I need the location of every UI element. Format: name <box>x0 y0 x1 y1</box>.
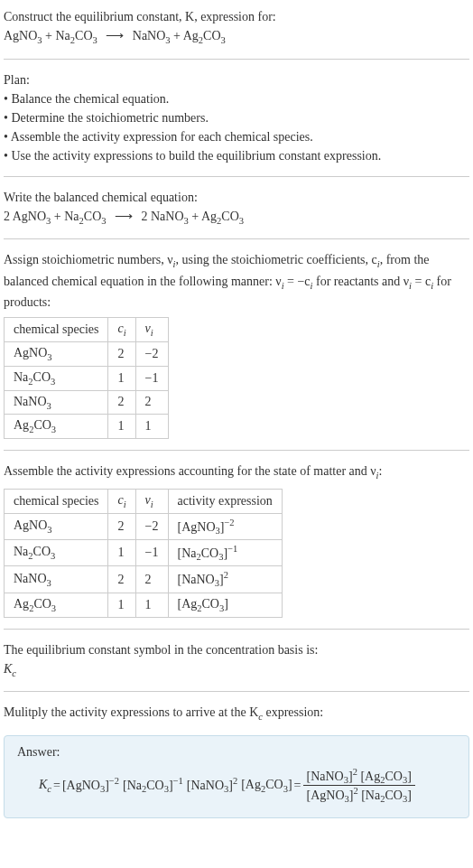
species-cell: Ag2CO3 <box>5 415 108 439</box>
col-species: chemical species <box>5 489 108 513</box>
nui-cell: 1 <box>135 415 168 439</box>
activity-section: Assemble the activity expressions accoun… <box>4 462 469 618</box>
nui-cell: 1 <box>135 593 168 617</box>
col-activity: activity expression <box>168 489 282 513</box>
table-row: AgNO3 2 −2 <box>5 341 169 366</box>
species-cell: NaNO3 <box>5 566 108 593</box>
stoich-table: chemical species ci νi AgNO3 2 −2 Na2CO3… <box>4 317 169 439</box>
activity-cell: [AgNO3]−2 <box>168 513 282 539</box>
species-cell: AgNO3 <box>5 513 108 539</box>
answer-equation: Kc = [AgNO3]−2 [Na2CO3]−1 [NaNO3]2 [Ag2C… <box>39 767 456 805</box>
species: 2 NaNO3 <box>142 210 189 223</box>
plan-bullet: • Determine the stoichiometric numbers. <box>4 108 469 127</box>
activity-cell: [Ag2CO3] <box>168 593 282 617</box>
nui-cell: −1 <box>135 539 168 565</box>
ci-cell: 2 <box>108 390 135 415</box>
nui-cell: −2 <box>135 513 168 539</box>
species-cell: Na2CO3 <box>5 539 108 565</box>
col-ci: ci <box>108 489 135 513</box>
nui-cell: 2 <box>135 566 168 593</box>
plan-bullet: • Balance the chemical equation. <box>4 89 469 108</box>
table-row: AgNO3 2 −2 [AgNO3]−2 <box>5 513 283 539</box>
activity-table: chemical species ci νi activity expressi… <box>4 489 283 618</box>
balanced-title: Write the balanced chemical equation: <box>4 188 469 207</box>
nui-cell: −1 <box>135 366 168 390</box>
stoich-section: Assign stoichiometric numbers, νi, using… <box>4 250 469 439</box>
col-nui: νi <box>135 489 168 513</box>
table-row: Na2CO3 1 −1 <box>5 366 169 390</box>
table-row: NaNO3 2 2 [NaNO3]2 <box>5 566 283 593</box>
term: [Na2CO3]−1 <box>123 776 183 794</box>
prompt-text: Construct the equilibrium constant, K, e… <box>4 7 469 26</box>
species-cell: Na2CO3 <box>5 366 108 390</box>
plan-bullet: • Use the activity expressions to build … <box>4 146 469 165</box>
ksymbol-text: The equilibrium constant symbol in the c… <box>4 640 469 659</box>
divider <box>4 450 469 451</box>
table-row: Ag2CO3 1 1 [Ag2CO3] <box>5 593 283 617</box>
col-nui: νi <box>135 318 168 342</box>
nui-cell: 2 <box>135 390 168 415</box>
divider <box>4 629 469 630</box>
ci-cell: 2 <box>108 341 135 366</box>
table-header-row: chemical species ci νi <box>5 318 169 342</box>
kc-symbol: Kc <box>39 778 51 794</box>
ci-cell: 1 <box>108 539 135 565</box>
species: Na2CO3 <box>56 29 97 42</box>
multiply-text: Mulitply the activity expressions to arr… <box>4 703 469 724</box>
multiply-section: Mulitply the activity expressions to arr… <box>4 703 469 724</box>
fraction-numerator: [NaNO3]2 [Ag2CO3] <box>303 767 415 786</box>
col-ci: ci <box>108 318 135 342</box>
nui-cell: −2 <box>135 341 168 366</box>
plan-title: Plan: <box>4 70 469 89</box>
equals-sign: = <box>53 779 60 793</box>
species: Na2CO3 <box>64 210 106 223</box>
reaction-arrow-icon: ⟶ <box>115 210 133 223</box>
species: Ag2CO3 <box>201 210 244 223</box>
ci-cell: 1 <box>108 415 135 439</box>
divider <box>4 238 469 239</box>
divider <box>4 59 469 60</box>
equals-sign: = <box>294 779 301 793</box>
term: [NaNO3]2 <box>187 776 237 794</box>
ci-cell: 2 <box>108 566 135 593</box>
ci-cell: 1 <box>108 593 135 617</box>
table-row: Na2CO3 1 −1 [Na2CO3]−1 <box>5 539 283 565</box>
prompt-line1: Construct the equilibrium constant, K, e… <box>4 10 276 23</box>
species: 2 AgNO3 <box>4 210 51 223</box>
table-row: NaNO3 2 2 <box>5 390 169 415</box>
unbalanced-equation: AgNO3 + Na2CO3 ⟶ NaNO3 + Ag2CO3 <box>4 26 469 48</box>
ci-cell: 2 <box>108 513 135 539</box>
divider <box>4 691 469 692</box>
header-section: Construct the equilibrium constant, K, e… <box>4 7 469 48</box>
species-cell: NaNO3 <box>5 390 108 415</box>
species-cell: Ag2CO3 <box>5 593 108 617</box>
answer-label: Answer: <box>17 745 456 760</box>
divider <box>4 176 469 177</box>
term: [AgNO3]−2 <box>62 776 119 794</box>
balanced-equation: 2 AgNO3 + Na2CO3 ⟶ 2 NaNO3 + Ag2CO3 <box>4 207 469 229</box>
activity-intro: Assemble the activity expressions accoun… <box>4 462 469 483</box>
ksymbol-section: The equilibrium constant symbol in the c… <box>4 640 469 681</box>
plan-section: Plan: • Balance the chemical equation. •… <box>4 70 469 165</box>
reaction-arrow-icon: ⟶ <box>106 29 124 42</box>
fraction: [NaNO3]2 [Ag2CO3] [AgNO3]2 [Na2CO3] <box>303 767 415 805</box>
term: [Ag2CO3] <box>241 778 292 794</box>
activity-cell: [NaNO3]2 <box>168 566 282 593</box>
activity-cell: [Na2CO3]−1 <box>168 539 282 565</box>
balanced-section: Write the balanced chemical equation: 2 … <box>4 188 469 229</box>
ci-cell: 1 <box>108 366 135 390</box>
species: AgNO3 <box>4 29 42 42</box>
plan-bullet: • Assemble the activity expression for e… <box>4 127 469 146</box>
table-header-row: chemical species ci νi activity expressi… <box>5 489 283 513</box>
ksymbol-value: Kc <box>4 659 469 681</box>
stoich-intro: Assign stoichiometric numbers, νi, using… <box>4 250 469 312</box>
col-species: chemical species <box>5 318 108 342</box>
fraction-denominator: [AgNO3]2 [Na2CO3] <box>303 786 415 804</box>
species: NaNO3 <box>133 29 171 42</box>
answer-box: Answer: Kc = [AgNO3]−2 [Na2CO3]−1 [NaNO3… <box>4 735 469 818</box>
species: Ag2CO3 <box>183 29 226 42</box>
species-cell: AgNO3 <box>5 341 108 366</box>
table-row: Ag2CO3 1 1 <box>5 415 169 439</box>
